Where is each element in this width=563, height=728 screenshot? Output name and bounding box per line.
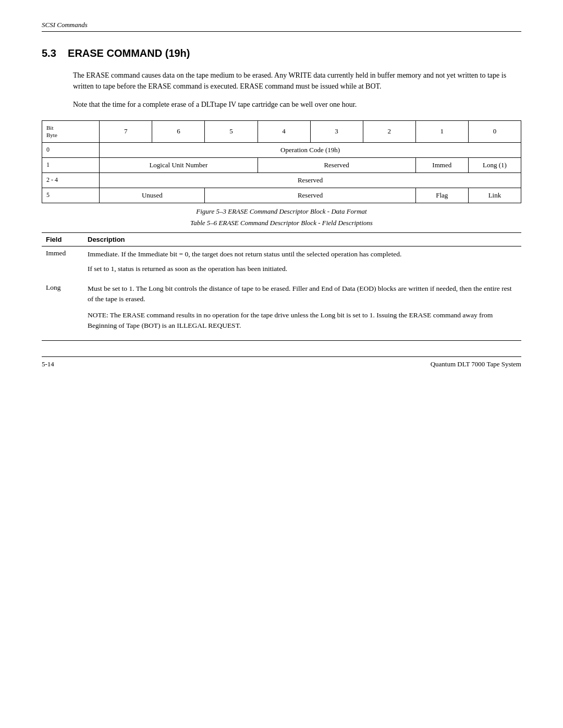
bit-byte-label: BitByte — [42, 121, 100, 143]
table-row-byte0: 0 Operation Code (19h) — [42, 142, 521, 157]
link-cell: Link — [468, 188, 521, 203]
table-row-byte2-4: 2 - 4 Reserved — [42, 172, 521, 188]
long-desc-1: Must be set to 1. The Long bit controls … — [88, 283, 517, 305]
paragraph-2: Note that the time for a complete erase … — [73, 99, 511, 110]
description-col-header: Description — [83, 232, 521, 246]
footer-title: Quantum DLT 7000 Tape System — [431, 360, 521, 368]
bit-5: 5 — [205, 121, 258, 143]
bit-3: 3 — [310, 121, 363, 143]
table-caption: Table 5–6 ERASE Command Descriptor Block… — [42, 219, 521, 227]
page-footer: 5-14 Quantum DLT 7000 Tape System — [42, 356, 521, 368]
table-row-byte5: 5 Unused Reserved Flag Link — [42, 188, 521, 203]
byte-2-4-content: Reserved — [100, 172, 521, 188]
bit-6: 6 — [152, 121, 205, 143]
bit-4: 4 — [258, 121, 310, 143]
byte-5-label: 5 — [42, 188, 100, 203]
field-col-header: Field — [42, 232, 83, 246]
reserved-cell-1: Reserved — [258, 157, 415, 172]
section-title: ERASE COMMAND (19h) — [68, 47, 190, 59]
table-header-row: BitByte 7 6 5 4 3 2 1 0 — [42, 121, 521, 143]
field-row-immed: Immed Immediate. If the Immediate bit = … — [42, 246, 521, 281]
long-field-label: Long — [42, 281, 83, 341]
byte-0-label: 0 — [42, 142, 100, 157]
byte-0-content: Operation Code (19h) — [100, 142, 521, 157]
paragraph-1: The ERASE command causes data on the tap… — [73, 70, 511, 92]
flag-cell: Flag — [415, 188, 468, 203]
byte-2-4-label: 2 - 4 — [42, 172, 100, 188]
long-description: Must be set to 1. The Long bit controls … — [83, 281, 521, 341]
immed-field-label: Immed — [42, 246, 83, 281]
immed-description: Immediate. If the Immediate bit = 0, the… — [83, 246, 521, 281]
long-cell: Long (1) — [468, 157, 521, 172]
unused-cell: Unused — [100, 188, 205, 203]
page-number: 5-14 — [42, 360, 54, 368]
bit-0: 0 — [468, 121, 521, 143]
field-table-header-row: Field Description — [42, 232, 521, 246]
bit-2: 2 — [363, 121, 415, 143]
header-title: SCSI Commands — [42, 21, 88, 29]
bit-7: 7 — [100, 121, 152, 143]
logical-unit-number-cell: Logical Unit Number — [100, 157, 258, 172]
reserved-cell-2: Reserved — [205, 188, 415, 203]
page-header: SCSI Commands — [42, 21, 521, 32]
figure-caption: Figure 5–3 ERASE Command Descriptor Bloc… — [42, 207, 521, 216]
section-number: 5.3 — [42, 47, 56, 59]
section-heading: 5.3 ERASE COMMAND (19h) — [42, 47, 521, 59]
bit-1: 1 — [415, 121, 468, 143]
immed-desc-1: Immediate. If the Immediate bit = 0, the… — [88, 249, 517, 260]
immed-desc-2: If set to 1, status is returned as soon … — [88, 264, 517, 274]
table-row-byte1: 1 Logical Unit Number Reserved Immed Lon… — [42, 157, 521, 172]
byte-1-label: 1 — [42, 157, 100, 172]
long-desc-2: NOTE: The ERASE command results in no op… — [88, 310, 517, 331]
immed-cell: Immed — [415, 157, 468, 172]
field-descriptions-table: Field Description Immed Immediate. If th… — [42, 232, 521, 341]
field-row-long: Long Must be set to 1. The Long bit cont… — [42, 281, 521, 341]
command-descriptor-table: BitByte 7 6 5 4 3 2 1 0 0 Operation Code… — [42, 120, 521, 203]
